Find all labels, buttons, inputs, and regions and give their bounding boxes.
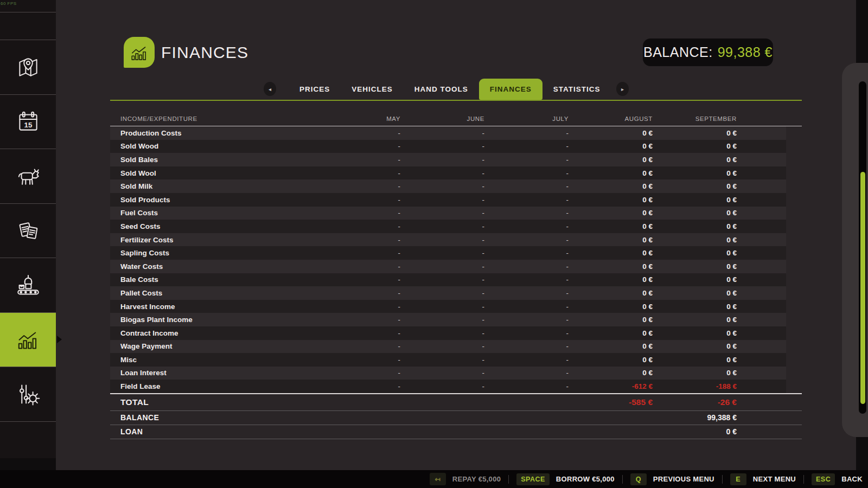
cell-september: -26 € — [653, 397, 737, 407]
tabs-next-button[interactable]: ▸ — [616, 82, 629, 96]
tab-bar: PRICESVEHICLESHAND TOOLSFINANCESSTATISTI… — [289, 79, 611, 100]
row-label: Misc — [110, 356, 316, 364]
row-label: Sold Wood — [110, 142, 316, 150]
cell-august: 0 € — [569, 236, 653, 244]
cell-may: - — [316, 209, 400, 217]
scrollbar-panel — [842, 63, 868, 437]
cell-july: - — [484, 262, 569, 271]
row-label: Loan Interest — [110, 369, 316, 377]
hint-separator — [508, 475, 509, 484]
tab-underline — [110, 100, 802, 101]
tab-finances[interactable]: FINANCES — [479, 79, 542, 100]
cell-july: - — [484, 316, 569, 324]
cell-july: - — [484, 329, 569, 337]
sidebar-item-calendar[interactable]: 15 — [0, 94, 56, 149]
sidebar-item-map[interactable] — [0, 40, 56, 94]
cell-july: - — [484, 342, 569, 350]
row-label: Sapling Costs — [110, 249, 316, 257]
animals-icon — [15, 163, 42, 190]
cell-august: 0 € — [569, 142, 653, 150]
row-label: Bale Costs — [110, 275, 316, 284]
cell-august: 0 € — [569, 129, 653, 137]
cell-july: - — [484, 356, 569, 364]
sidebar-item-animals[interactable] — [0, 149, 56, 203]
tab-vehicles[interactable]: VEHICLES — [341, 79, 404, 100]
cell-july: - — [484, 182, 569, 190]
cell-may: - — [316, 329, 400, 337]
cell-september: 0 € — [653, 236, 737, 244]
tabs-prev-button[interactable]: ◂ — [264, 82, 276, 96]
cell-september: 0 € — [653, 249, 737, 257]
row-label: Sold Products — [110, 196, 316, 204]
column-header-august: AUGUST — [569, 115, 653, 122]
cell-july: - — [484, 303, 569, 311]
cell-september: 0 € — [653, 303, 737, 311]
cell-may: - — [316, 142, 400, 150]
production-icon — [15, 272, 42, 299]
cell-june: - — [400, 209, 484, 217]
balance-value: 99,388 € — [718, 44, 773, 60]
table-row-sold-wood: Sold Wood---0 €0 € — [110, 140, 786, 153]
footer-keybar: ↤REPAY €5,000SPACEBORROW €5,000QPREVIOUS… — [0, 470, 868, 488]
contracts-icon — [15, 217, 42, 244]
tab-hand-tools[interactable]: HAND TOOLS — [404, 79, 479, 100]
cell-may: - — [316, 156, 400, 164]
table-row-sold-bales: Sold Bales---0 €0 € — [110, 153, 786, 166]
table-body: Production Costs---0 €0 €Sold Wood---0 €… — [110, 126, 786, 393]
column-header-may: MAY — [316, 115, 400, 122]
cell-june: - — [400, 222, 484, 230]
hint-borrow-5-000[interactable]: SPACEBORROW €5,000 — [516, 473, 615, 485]
active-item-pointer — [57, 336, 62, 343]
row-label: Water Costs — [110, 262, 316, 271]
cell-august: 0 € — [569, 329, 653, 337]
cell-september: 0 € — [653, 316, 737, 324]
sidebar-item-contracts[interactable] — [0, 203, 56, 258]
table-row-contract-income: Contract Income---0 €0 € — [110, 326, 786, 340]
row-label: Contract Income — [110, 329, 316, 337]
cell-june: - — [400, 289, 484, 297]
hint-back[interactable]: ESCBACK — [812, 473, 863, 485]
sidebar-item-settings[interactable] — [0, 367, 56, 421]
cell-may: - — [316, 289, 400, 297]
cell-september: 0 € — [653, 262, 737, 271]
table-row-seed-costs: Seed Costs---0 €0 € — [110, 220, 786, 233]
cell-august: 0 € — [569, 249, 653, 257]
sidebar-item-finances[interactable] — [0, 312, 56, 367]
chevron-right-icon: ▸ — [621, 86, 624, 92]
sidebar-item-production[interactable] — [0, 258, 56, 312]
cell-september: 0 € — [653, 196, 737, 204]
hint-label: BORROW €5,000 — [556, 475, 615, 483]
q-key: Q — [630, 473, 647, 485]
summary-row-loan: LOAN0 € — [110, 425, 802, 439]
hint-label: BACK — [841, 475, 863, 483]
cell-september: 0 € — [653, 275, 737, 284]
cell-september: 0 € — [653, 129, 737, 137]
scrollbar-thumb[interactable] — [860, 172, 865, 404]
hint-repay-5-000[interactable]: ↤REPAY €5,000 — [430, 473, 501, 485]
esc-key: ESC — [812, 473, 835, 485]
cell-august: 0 € — [569, 356, 653, 364]
cell-june: - — [400, 275, 484, 284]
cell-august: 0 € — [569, 275, 653, 284]
summary-row-balance: BALANCE99,388 € — [110, 411, 802, 425]
cell-june: - — [400, 369, 484, 377]
cell-june: - — [400, 316, 484, 324]
finances-table: INCOME/EXPENDITUREMAYJUNEJULYAUGUSTSEPTE… — [110, 111, 802, 439]
tab-statistics[interactable]: STATISTICS — [542, 79, 611, 100]
cell-may: - — [316, 316, 400, 324]
cell-may: - — [316, 342, 400, 350]
table-row-sold-milk: Sold Milk---0 €0 € — [110, 179, 786, 193]
cell-july: - — [484, 142, 569, 150]
tab-prices[interactable]: PRICES — [289, 79, 341, 100]
table-summary: TOTAL-585 €-26 €BALANCE99,388 €LOAN0 € — [110, 393, 802, 439]
row-label: Biogas Plant Income — [110, 316, 316, 324]
scrollbar-track[interactable] — [859, 81, 866, 414]
hint-next-menu[interactable]: ENEXT MENU — [730, 473, 796, 485]
cell-june: - — [400, 303, 484, 311]
page-title: FINANCES — [161, 43, 248, 62]
hint-previous-menu[interactable]: QPREVIOUS MENU — [630, 473, 714, 485]
cell-june: - — [400, 249, 484, 257]
cell-august: 0 € — [569, 156, 653, 164]
map-icon — [15, 54, 42, 81]
summary-label: BALANCE — [110, 413, 316, 422]
